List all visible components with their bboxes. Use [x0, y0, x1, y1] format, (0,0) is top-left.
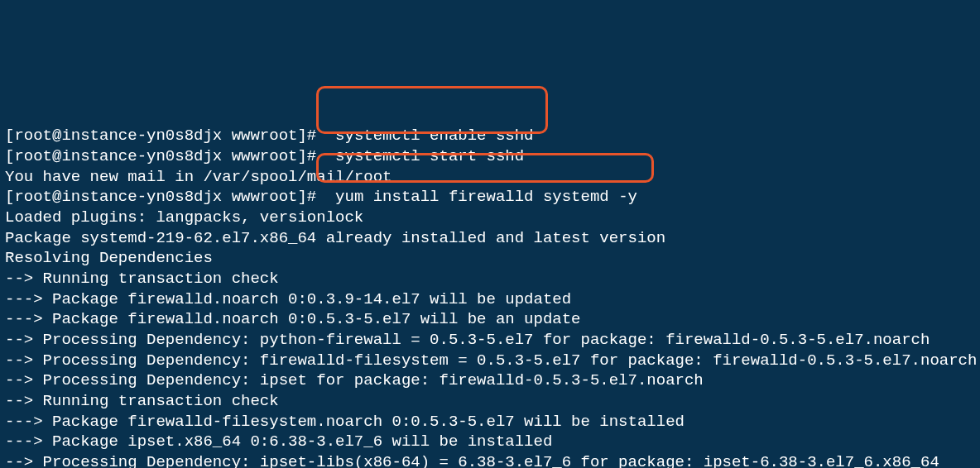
- terminal-line: ---> Package firewalld.noarch 0:0.5.3-5.…: [5, 309, 975, 330]
- terminal-line: --> Running transaction check: [5, 391, 975, 412]
- terminal-line: Package systemd-219-62.el7.x86_64 alread…: [5, 228, 975, 249]
- terminal-line: --> Processing Dependency: python-firewa…: [5, 330, 975, 351]
- terminal-line: --> Processing Dependency: firewalld-fil…: [5, 351, 975, 371]
- terminal-line: [root@instance-yn0s8djx wwwroot]# yum in…: [5, 187, 975, 208]
- shell-command: systemctl start sshd: [326, 147, 524, 165]
- shell-output: ---> Package firewalld.noarch 0:0.3.9-14…: [5, 290, 571, 308]
- terminal-line: --> Processing Dependency: ipset-libs(x8…: [5, 452, 975, 468]
- shell-prompt: [root@instance-yn0s8djx wwwroot]#: [5, 147, 326, 165]
- terminal-line: --> Running transaction check: [5, 269, 975, 289]
- shell-output: --> Processing Dependency: firewalld-fil…: [5, 351, 977, 370]
- shell-output: --> Processing Dependency: python-firewa…: [5, 331, 930, 349]
- shell-output: --> Running transaction check: [5, 392, 279, 410]
- terminal-line: Loaded plugins: langpacks, versionlock: [5, 208, 975, 228]
- terminal-line: ---> Package firewalld-filesystem.noarch…: [5, 412, 975, 432]
- shell-output: Loaded plugins: langpacks, versionlock: [5, 208, 363, 227]
- terminal-line: ---> Package firewalld.noarch 0:0.3.9-14…: [5, 289, 975, 310]
- terminal-line: ---> Package ipset.x86_64 0:6.38-3.el7_6…: [5, 432, 975, 452]
- shell-output: --> Processing Dependency: ipset-libs(x8…: [5, 453, 939, 468]
- terminal-line: Resolving Dependencies: [5, 248, 975, 269]
- shell-output: You have new mail in /var/spool/mail/roo…: [5, 168, 392, 186]
- shell-command: systemctl enable sshd: [326, 127, 534, 145]
- shell-prompt: [root@instance-yn0s8djx wwwroot]#: [5, 127, 326, 145]
- terminal-line: [root@instance-yn0s8djx wwwroot]# system…: [5, 146, 975, 167]
- shell-command: yum install firewalld systemd -y: [326, 188, 637, 206]
- shell-output: ---> Package ipset.x86_64 0:6.38-3.el7_6…: [5, 432, 552, 451]
- terminal-line: --> Processing Dependency: ipset for pac…: [5, 370, 975, 391]
- shell-prompt: [root@instance-yn0s8djx wwwroot]#: [5, 188, 326, 206]
- shell-output: --> Processing Dependency: ipset for pac…: [5, 371, 704, 389]
- terminal-output: [root@instance-yn0s8djx wwwroot]# system…: [5, 85, 975, 468]
- terminal-lines: [root@instance-yn0s8djx wwwroot]# system…: [5, 126, 975, 468]
- terminal-line: [root@instance-yn0s8djx wwwroot]# system…: [5, 126, 975, 146]
- shell-output: --> Running transaction check: [5, 270, 279, 288]
- shell-output: Resolving Dependencies: [5, 249, 213, 267]
- terminal-line: You have new mail in /var/spool/mail/roo…: [5, 167, 975, 188]
- shell-output: ---> Package firewalld.noarch 0:0.5.3-5.…: [5, 310, 581, 328]
- shell-output: Package systemd-219-62.el7.x86_64 alread…: [5, 229, 665, 247]
- shell-output: ---> Package firewalld-filesystem.noarch…: [5, 413, 685, 431]
